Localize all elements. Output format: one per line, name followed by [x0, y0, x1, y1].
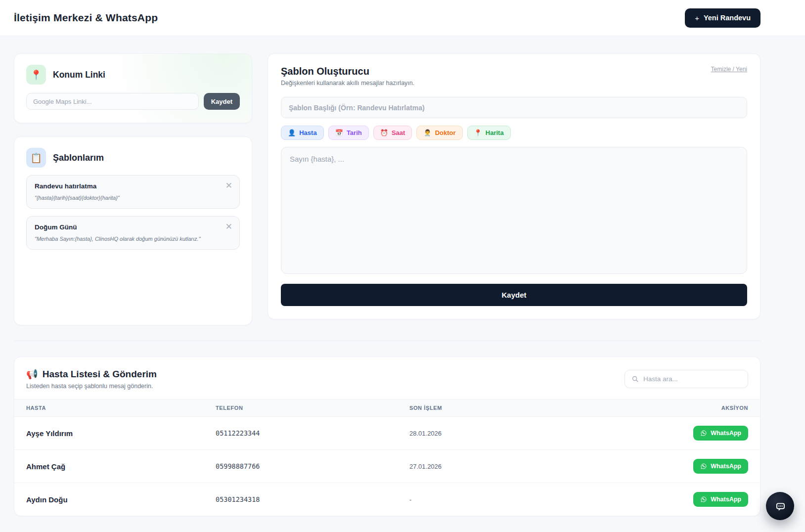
clear-new-link[interactable]: Temizle / Yeni: [711, 66, 747, 73]
builder-subtitle: Değişkenleri kullanarak akıllı mesajlar …: [281, 80, 414, 87]
alarm-clock-icon: ⏰: [380, 129, 388, 136]
table-header-row: Hasta Telefon Son İşlem Aksiyon: [14, 399, 760, 417]
new-appointment-label: Yeni Randevu: [704, 14, 751, 22]
template-item[interactable]: Randevu hatırlatma "{hasta}{tarih}{saat}…: [26, 175, 240, 209]
patient-list-card: 📢 Hasta Listesi & Gönderim Listeden hast…: [14, 356, 760, 516]
whatsapp-icon: [700, 496, 707, 503]
template-item[interactable]: Doğum Günü "Merhaba Sayın:{hasta}, Clino…: [26, 216, 240, 250]
search-icon: [631, 375, 639, 383]
patient-list-title: Hasta Listesi & Gönderim: [43, 369, 157, 380]
variable-chip-saat[interactable]: ⏰ Saat: [373, 126, 412, 140]
new-appointment-button[interactable]: + Yeni Randevu: [685, 8, 760, 28]
patient-name: Ahmet Çağ: [14, 450, 204, 483]
my-templates-card: 📋 Şablonlarım Randevu hatırlatma "{hasta…: [14, 136, 252, 325]
whatsapp-button[interactable]: WhatsApp: [693, 492, 748, 507]
template-name: Randevu hatırlatma: [35, 182, 220, 190]
clipboard-icon: 📋: [26, 148, 46, 168]
patient-list-subtitle: Listeden hasta seçip şablonlu mesaj gönd…: [26, 383, 157, 390]
plus-icon: +: [695, 14, 699, 22]
chat-bubble-icon: [773, 499, 788, 514]
pin-icon: 📍: [26, 65, 46, 85]
delete-template-icon[interactable]: ✕: [225, 181, 232, 190]
variable-chip-hasta[interactable]: 👤 Hasta: [281, 126, 324, 140]
patient-search-input[interactable]: [643, 375, 741, 383]
location-link-card: 📍 Konum Linki Kaydet: [14, 53, 252, 123]
location-save-button[interactable]: Kaydet: [204, 93, 240, 110]
variable-chip-doktor[interactable]: 👨‍⚕️ Doktor: [416, 126, 462, 140]
template-title-input[interactable]: [281, 97, 747, 118]
location-card-title: Konum Linki: [53, 70, 105, 80]
templates-card-title: Şablonlarım: [53, 153, 104, 163]
patient-last-action: 28.01.2026: [398, 417, 661, 450]
patient-phone: 05112223344: [204, 417, 398, 450]
whatsapp-icon: [700, 463, 707, 470]
patient-last-action: -: [398, 483, 661, 516]
maps-link-input[interactable]: [26, 93, 199, 110]
patient-name: Ayşe Yıldırım: [14, 417, 204, 450]
calendar-icon: 📅: [335, 129, 343, 136]
builder-title: Şablon Oluşturucu: [281, 66, 414, 77]
person-icon: 👤: [288, 129, 296, 136]
variable-chips: 👤 Hasta 📅 Tarih ⏰ Saat 👨‍⚕️ Doktor 📍: [281, 126, 747, 140]
table-row: Ahmet Çağ 05998887766 27.01.2026 WhatsAp…: [14, 450, 760, 483]
column-header-telefon: Telefon: [204, 399, 398, 417]
table-row: Aydın Doğu 05301234318 - WhatsApp: [14, 483, 760, 516]
chat-launcher-button[interactable]: [766, 492, 794, 520]
whatsapp-button[interactable]: WhatsApp: [693, 426, 748, 441]
template-preview: "{hasta}{tarih}{saat}{doktor}{harita}": [35, 195, 220, 201]
page-title: İletişim Merkezi & WhatsApp: [14, 12, 158, 24]
template-name: Doğum Günü: [35, 223, 220, 231]
template-save-button[interactable]: Kaydet: [281, 284, 747, 306]
template-preview: "Merhaba Sayın:{hasta}, ClinosHQ olarak …: [35, 236, 220, 242]
patient-last-action: 27.01.2026: [398, 450, 661, 483]
top-header: İletişim Merkezi & WhatsApp + Yeni Rande…: [0, 0, 805, 36]
column-header-son-islem: Son İşlem: [398, 399, 661, 417]
template-message-textarea[interactable]: [281, 147, 747, 274]
patient-phone: 05998887766: [204, 450, 398, 483]
table-row: Ayşe Yıldırım 05112223344 28.01.2026 Wha…: [14, 417, 760, 450]
patient-phone: 05301234318: [204, 483, 398, 516]
column-header-aksiyon: Aksiyon: [661, 399, 760, 417]
patient-name: Aydın Doğu: [14, 483, 204, 516]
whatsapp-button[interactable]: WhatsApp: [693, 459, 748, 474]
pin-icon: 📍: [474, 129, 482, 136]
whatsapp-icon: [700, 430, 707, 437]
section-divider: [14, 341, 760, 341]
doctor-icon: 👨‍⚕️: [423, 129, 431, 136]
column-header-hasta: Hasta: [14, 399, 204, 417]
patient-table: Hasta Telefon Son İşlem Aksiyon Ayşe Yıl…: [14, 399, 760, 516]
template-builder-card: Şablon Oluşturucu Değişkenleri kullanara…: [268, 53, 760, 319]
delete-template-icon[interactable]: ✕: [225, 222, 232, 231]
main-content: 📍 Konum Linki Kaydet 📋 Şablonlarım: [14, 53, 760, 516]
variable-chip-harita[interactable]: 📍 Harita: [467, 126, 511, 140]
patient-search-box[interactable]: [625, 370, 748, 388]
megaphone-icon: 📢: [26, 368, 38, 380]
variable-chip-tarih[interactable]: 📅 Tarih: [328, 126, 369, 140]
